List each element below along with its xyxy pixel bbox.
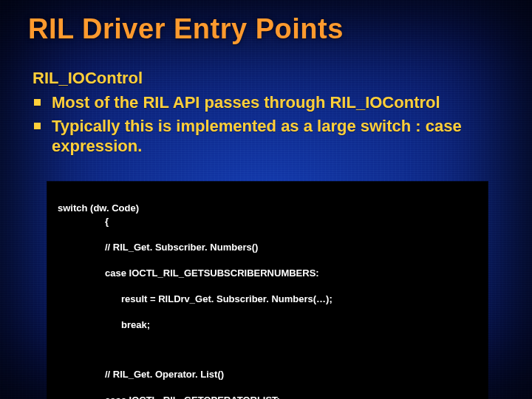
code-line: switch (dw. Code) — [58, 202, 139, 214]
code-line: break; — [58, 318, 477, 332]
code-line: case IOCTL_RIL_GETSUBSCRIBERNUMBERS: — [58, 267, 477, 280]
bullet-item: Typically this is implemented as a large… — [33, 116, 499, 157]
code-line: case IOCTL_RIL_GETOPERATORLIST: — [58, 394, 477, 399]
bullet-item: Most of the RIL API passes through RIL_I… — [33, 92, 499, 113]
bullet-list: Most of the RIL API passes through RIL_I… — [33, 92, 499, 157]
subheading: RIL_IOControl — [33, 69, 499, 88]
code-blank-line — [58, 344, 477, 355]
code-line: result = RILDrv_Get. Subscriber. Numbers… — [58, 293, 477, 306]
slide: RIL Driver Entry Points RIL_IOControl Mo… — [0, 0, 532, 399]
code-line: { — [58, 215, 477, 228]
code-block: switch (dw. Code) { // RIL_Get. Subscrib… — [47, 182, 488, 400]
code-line: // RIL_Get. Operator. List() — [58, 368, 477, 381]
slide-content: RIL_IOControl Most of the RIL API passes… — [28, 69, 504, 399]
page-title: RIL Driver Entry Points — [28, 13, 504, 45]
code-line: // RIL_Get. Subscriber. Numbers() — [58, 241, 477, 254]
